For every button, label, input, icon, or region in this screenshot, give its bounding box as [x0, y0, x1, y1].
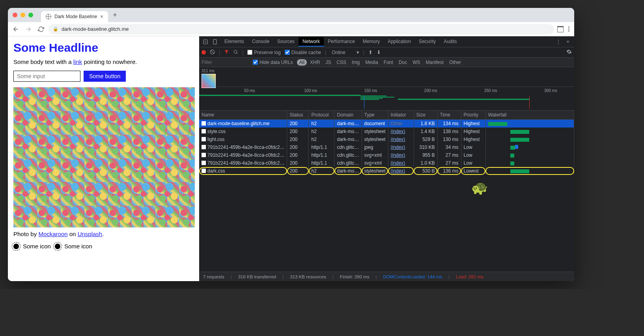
back-button[interactable]: [11, 24, 21, 34]
column-header-protocol[interactable]: Protocol: [309, 111, 334, 120]
network-row[interactable]: 791b2241-459b-4a2e-8cca-c0fdc2…200http/1…: [199, 159, 574, 167]
devtools-tabs: ElementsConsoleSourcesNetworkPerformance…: [199, 36, 574, 47]
minimize-window-button[interactable]: [21, 13, 25, 17]
timeline[interactable]: 50 ms100 ms150 ms200 ms250 ms300 ms: [199, 87, 574, 111]
network-row[interactable]: dark-mode-baseline.glitch.me200h2dark-mo…: [199, 120, 574, 128]
maximize-window-button[interactable]: [28, 13, 33, 17]
load-marker: [529, 96, 530, 109]
column-header-waterfall[interactable]: Waterfall: [485, 111, 574, 120]
column-header-initiator[interactable]: Initiator: [388, 111, 414, 120]
devtools-tab-performance[interactable]: Performance: [324, 37, 359, 47]
devtools-tab-security[interactable]: Security: [415, 37, 440, 47]
lock-icon: 🔒: [53, 26, 58, 32]
column-header-size[interactable]: Size: [414, 111, 437, 120]
overview-time: 311 ms: [202, 69, 216, 73]
status-finish: Finish: 280 ms: [340, 274, 370, 279]
reload-button[interactable]: [36, 24, 46, 34]
device-icon[interactable]: [211, 38, 219, 46]
network-row[interactable]: light.css200h2dark-mo…stylesheet(index)5…: [199, 135, 574, 143]
filter-type-xhr[interactable]: XHR: [308, 59, 322, 66]
titlebar: Dark Mode Baseline × +: [8, 8, 574, 22]
devtools-menu-icon[interactable]: ⋮: [554, 38, 562, 46]
timeline-bar-2: [398, 99, 529, 100]
download-icon[interactable]: ⬇: [377, 49, 381, 55]
chevron-down-icon[interactable]: ▾: [357, 49, 359, 55]
icon-label-2: Some icon: [64, 243, 92, 250]
column-header-domain[interactable]: Domain: [334, 111, 362, 120]
body-link[interactable]: link: [73, 58, 82, 65]
clear-button[interactable]: [210, 49, 215, 56]
filter-type-img[interactable]: Img: [349, 59, 362, 66]
settings-icon[interactable]: [566, 49, 572, 56]
devtools-tab-application[interactable]: Application: [384, 37, 415, 47]
devtools-tab-elements[interactable]: Elements: [220, 37, 248, 47]
text-input[interactable]: [13, 71, 80, 82]
disable-cache-checkbox[interactable]: Disable cache: [285, 50, 321, 55]
form-row: Some button: [13, 71, 194, 82]
filter-type-css[interactable]: CSS: [334, 59, 349, 66]
filter-input[interactable]: [202, 60, 249, 65]
page-body: Some body text with a link pointing to n…: [13, 58, 194, 65]
filter-type-other[interactable]: Other: [447, 59, 463, 66]
column-header-type[interactable]: Type: [362, 111, 388, 120]
devtools-close-icon[interactable]: ×: [564, 38, 572, 46]
inspect-icon[interactable]: [202, 38, 209, 46]
column-header-time[interactable]: Time: [437, 111, 461, 120]
timeline-cluster: [360, 96, 398, 100]
network-row[interactable]: dark.css200h2dark-mo…stylesheet(index)53…: [199, 167, 574, 175]
filter-type-js[interactable]: JS: [323, 59, 333, 66]
devtools-tab-network[interactable]: Network: [299, 37, 324, 47]
bulb-icon: [55, 244, 60, 249]
network-row[interactable]: 791b2241-459b-4a2e-8cca-c0fdc2…200http/1…: [199, 143, 574, 151]
submit-button[interactable]: Some button: [84, 71, 126, 82]
browser-menu-icon[interactable]: [568, 26, 569, 32]
icon-label-1: Some icon: [23, 243, 51, 250]
filter-icon[interactable]: [224, 49, 229, 56]
record-button[interactable]: [202, 50, 206, 54]
preserve-log-checkbox[interactable]: Preserve log: [247, 50, 280, 55]
column-header-name[interactable]: Name: [199, 111, 287, 120]
devtools-tab-memory[interactable]: Memory: [359, 37, 384, 47]
toolbar-row: 🔒 dark-mode-baseline.glitch.me: [8, 22, 574, 36]
caption-author-link[interactable]: Mockaroon: [38, 231, 67, 237]
svg-point-3: [234, 50, 237, 53]
forward-button[interactable]: [24, 24, 33, 34]
content-area: Some Headline Some body text with a link…: [8, 36, 574, 281]
close-tab-icon[interactable]: ×: [100, 13, 103, 20]
upload-icon[interactable]: ⬆: [368, 49, 373, 55]
filter-type-font[interactable]: Font: [381, 59, 396, 66]
timeline-tick: 150 ms: [364, 88, 377, 93]
timeline-tick: 100 ms: [304, 88, 317, 93]
caption-end: .: [102, 231, 104, 237]
filter-type-all[interactable]: All: [297, 59, 307, 66]
throttle-select[interactable]: Online: [332, 50, 345, 55]
column-header-status[interactable]: Status: [287, 111, 309, 120]
filter-type-manifest[interactable]: Manifest: [424, 59, 446, 66]
filter-type-media[interactable]: Media: [363, 59, 381, 66]
url-text: dark-mode-baseline.glitch.me: [62, 26, 129, 32]
column-header-priority[interactable]: Priority: [461, 111, 485, 120]
browser-tab[interactable]: Dark Mode Baseline ×: [41, 11, 108, 22]
devtools-tab-sources[interactable]: Sources: [273, 37, 299, 47]
devtools-tab-audits[interactable]: Audits: [440, 37, 461, 47]
devtools-panel: ElementsConsoleSourcesNetworkPerformance…: [199, 36, 574, 281]
address-bar[interactable]: 🔒 dark-mode-baseline.glitch.me: [49, 24, 554, 34]
photo-caption: Photo by Mockaroon on Unsplash.: [13, 231, 194, 237]
close-window-button[interactable]: [13, 13, 17, 17]
timeline-tick: 250 ms: [484, 88, 497, 93]
filter-type-doc[interactable]: Doc: [396, 59, 409, 66]
timeline-tick: 200 ms: [424, 88, 437, 93]
network-row[interactable]: 791b2241-459b-4a2e-8cca-c0fdc2…200http/1…: [199, 151, 574, 159]
caption-site-link[interactable]: Unsplash: [78, 231, 103, 237]
timeline-tick: 300 ms: [544, 88, 557, 93]
network-row[interactable]: style.css200h2dark-mo…stylesheet(index)1…: [199, 128, 574, 135]
new-tab-button[interactable]: +: [113, 11, 117, 19]
hide-data-urls-checkbox[interactable]: Hide data URLs: [253, 60, 293, 65]
extension-icon[interactable]: [557, 26, 564, 32]
filter-type-ws[interactable]: WS: [410, 59, 422, 66]
preserve-log-label: Preserve log: [254, 50, 280, 55]
overview-strip: 311 ms: [199, 67, 574, 87]
status-dcl: DOMContentLoaded: 144 ms: [383, 274, 442, 279]
search-icon[interactable]: [233, 49, 238, 56]
devtools-tab-console[interactable]: Console: [248, 37, 273, 47]
